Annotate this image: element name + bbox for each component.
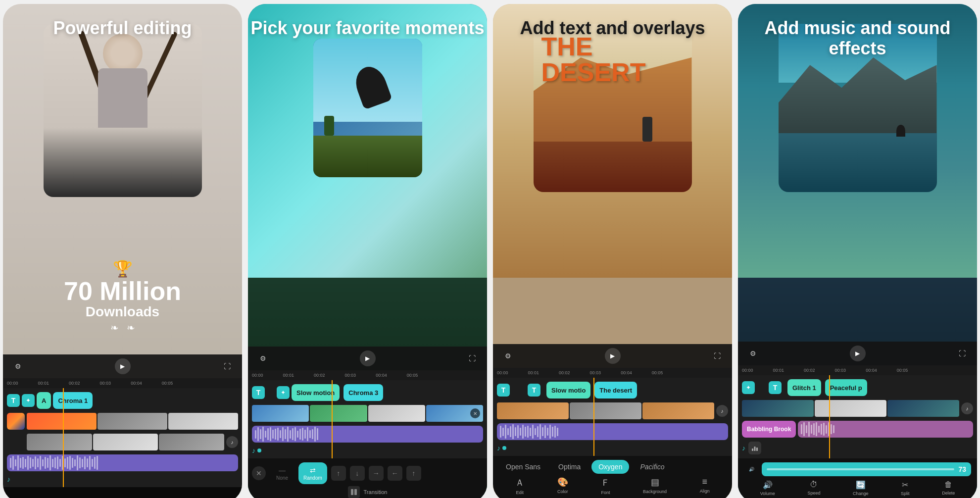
babbling-brook-pill[interactable]: Babbling Brook bbox=[742, 421, 796, 438]
playhead bbox=[63, 388, 64, 487]
track-effects-4: ✦ T Glitch 1 Peaceful p bbox=[742, 378, 973, 397]
x-badge[interactable]: ✕ bbox=[470, 408, 480, 418]
track-effects-2: T ✦ Slow motion Chroma 3 bbox=[252, 383, 483, 402]
tool-edit[interactable]: Ａ Edit bbox=[515, 477, 524, 495]
title-text-2: Pick your favorite moments bbox=[248, 18, 487, 38]
trans-push-right[interactable]: → bbox=[369, 466, 384, 481]
settings-icon-2[interactable]: ⚙ bbox=[256, 351, 270, 365]
align-label: Align bbox=[700, 489, 710, 494]
text-icon-3[interactable]: T bbox=[497, 384, 510, 397]
trans-reveal[interactable]: ↑ bbox=[406, 466, 421, 481]
text-icon-4[interactable]: T bbox=[769, 381, 782, 394]
bg-label: Background bbox=[643, 489, 667, 494]
tool-align[interactable]: ≡ Align bbox=[700, 477, 710, 495]
vid-4-2 bbox=[815, 400, 886, 417]
audio-track-row: Babbling Brook bbox=[742, 421, 973, 438]
desert-pill[interactable]: The desert bbox=[594, 382, 637, 398]
music-note-3: ♪ bbox=[497, 444, 500, 452]
color-label: Color bbox=[557, 489, 568, 494]
waveform-bars-4 bbox=[801, 421, 970, 438]
tick-1: 00:01 bbox=[38, 381, 49, 386]
transition-toolbar: ✕ — None ⇄ Random ↑ ↓ → ← ↑ bbox=[248, 458, 487, 498]
tool-speed[interactable]: ⏱ Speed bbox=[807, 480, 820, 496]
font-open-sans[interactable]: Open Sans bbox=[499, 460, 547, 474]
magic-icon-4[interactable]: ✦ bbox=[742, 381, 755, 394]
video-thumbs-2: ✕ bbox=[252, 405, 483, 422]
trans-push-down[interactable]: ↓ bbox=[350, 466, 365, 481]
svg-rect-0 bbox=[351, 489, 353, 495]
track-video-3: ♪ bbox=[497, 401, 728, 420]
settings-icon-4[interactable]: ⚙ bbox=[746, 347, 760, 360]
peaceful-pill[interactable]: Peaceful p bbox=[825, 379, 867, 396]
font-optima[interactable]: Optima bbox=[551, 460, 588, 474]
tick-5: 00:05 bbox=[162, 381, 173, 386]
babbling-brook-label: Babbling Brook bbox=[747, 426, 791, 433]
fullscreen-icon[interactable]: ⛶ bbox=[220, 359, 234, 373]
split-tool-label: Split bbox=[901, 491, 910, 496]
play-button[interactable]: ▶ bbox=[115, 358, 131, 374]
eq-btn[interactable] bbox=[748, 442, 761, 454]
tool-volume[interactable]: 🔊 Volume bbox=[760, 480, 775, 496]
settings-icon-3[interactable]: ⚙ bbox=[501, 349, 515, 363]
tool-font[interactable]: Ｆ Font bbox=[601, 477, 610, 495]
tool-color[interactable]: 🎨 Color bbox=[557, 477, 568, 495]
video-thumbs-3 bbox=[497, 402, 714, 419]
vid-2-2 bbox=[310, 405, 367, 422]
slow-motion-pill-3[interactable]: Slow motio bbox=[546, 382, 590, 398]
note-row-4: ♪ bbox=[742, 441, 973, 455]
title-text-1: Powerful editing bbox=[3, 18, 242, 38]
settings-icon[interactable]: ⚙ bbox=[11, 359, 25, 373]
trans-random[interactable]: ⇄ Random bbox=[298, 462, 327, 484]
play-button-2[interactable]: ▶ bbox=[360, 350, 376, 366]
track-row-video bbox=[7, 412, 238, 431]
card-title-4: Add music and sound effects bbox=[738, 18, 977, 59]
trans-push-up[interactable]: ↑ bbox=[331, 466, 346, 481]
edit-label: Edit bbox=[516, 490, 524, 495]
fullscreen-icon-4[interactable]: ⛶ bbox=[955, 347, 969, 360]
tool-delete[interactable]: 🗑 Delete bbox=[942, 480, 955, 496]
card-add-text: THEDESERT ⚙ ▶ ⛶ 00:00 00:01 00:02 00:03 … bbox=[493, 4, 732, 498]
tool-split[interactable]: ✂ Split bbox=[901, 480, 910, 496]
close-transition[interactable]: ✕ bbox=[252, 466, 266, 480]
audio-indicator: ♪ bbox=[226, 436, 238, 448]
magic-icon-2[interactable]: ✦ bbox=[277, 386, 290, 399]
tool-background[interactable]: ▤ Background bbox=[643, 477, 667, 495]
tool-change[interactable]: 🔄 Change bbox=[853, 480, 869, 496]
play-button-4[interactable]: ▶ bbox=[850, 346, 866, 361]
music-note: ♪ bbox=[7, 475, 10, 483]
timeline-area-2: T ✦ Slow motion Chroma 3 ✕ bbox=[248, 380, 487, 458]
card-pick-moments: ⚙ ▶ ⛶ 00:00 00:01 00:02 00:03 00:04 00:0… bbox=[248, 4, 487, 498]
tick-0: 00:00 bbox=[7, 381, 18, 386]
fullscreen-icon-3[interactable]: ⛶ bbox=[710, 349, 724, 363]
glitch1-pill[interactable]: Glitch 1 bbox=[787, 379, 821, 396]
font-icon: Ｆ bbox=[601, 477, 610, 489]
video-thumbs bbox=[27, 413, 238, 430]
effect-pill-a[interactable]: A bbox=[37, 392, 51, 409]
chroma3-pill[interactable]: Chroma 3 bbox=[343, 384, 383, 401]
eq-icon bbox=[751, 445, 758, 451]
play-button-3[interactable]: ▶ bbox=[605, 348, 621, 364]
trans-push-left[interactable]: ← bbox=[388, 466, 402, 481]
font-pacifico[interactable]: Pacifico bbox=[633, 460, 671, 474]
card-title-3: Add text and overlays bbox=[493, 18, 732, 38]
text-icon-3b[interactable]: T bbox=[528, 384, 540, 397]
trans-icon-btn[interactable] bbox=[348, 486, 360, 498]
magic-icon[interactable]: ✦ bbox=[22, 394, 35, 407]
text-icon[interactable]: T bbox=[7, 394, 20, 407]
timeline-ruler-3: 00:00 00:01 00:02 00:03 00:04 00:05 bbox=[493, 368, 732, 378]
effect-pill-chroma1[interactable]: Chroma 1 bbox=[53, 392, 93, 409]
svg-rect-1 bbox=[354, 489, 357, 495]
badge-downloads-label: Downloads bbox=[64, 304, 181, 320]
volume-bar[interactable]: 73 bbox=[762, 462, 971, 476]
svg-rect-3 bbox=[754, 447, 756, 451]
font-picker-toolbar: Open Sans Optima Oxygen Pacifico Ａ Edit … bbox=[493, 456, 732, 498]
text-icon-2[interactable]: T bbox=[252, 386, 265, 399]
font-label: Font bbox=[601, 490, 610, 495]
vol-row: 🔊 73 bbox=[744, 462, 971, 476]
fullscreen-icon-2[interactable]: ⛶ bbox=[465, 351, 479, 365]
trans-none[interactable]: — None bbox=[270, 462, 294, 484]
track-waveform-2 bbox=[252, 425, 483, 444]
font-oxygen[interactable]: Oxygen bbox=[591, 460, 629, 474]
vid-thumb-2 bbox=[98, 413, 167, 430]
audio-icon-3: ♪ bbox=[716, 405, 728, 417]
